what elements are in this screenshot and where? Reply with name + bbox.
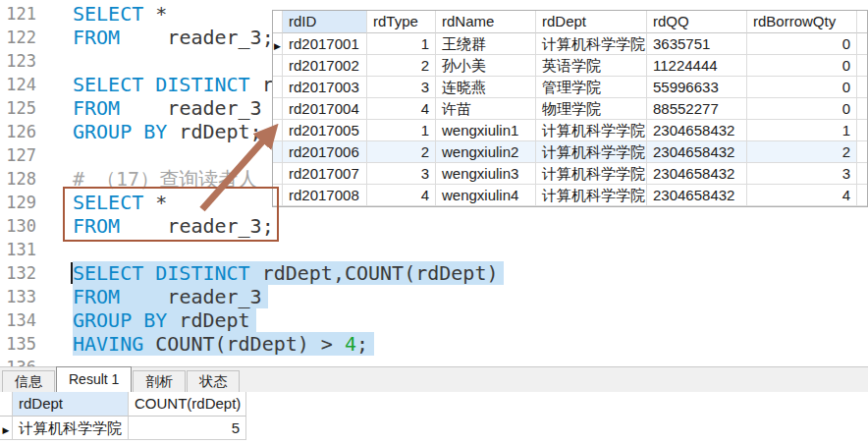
row-marker[interactable]: ▶ bbox=[273, 33, 283, 55]
grid-cell[interactable]: 计算机科学学院 bbox=[536, 33, 647, 55]
grid-cell[interactable]: rd2017004 bbox=[283, 98, 367, 120]
results-popup: rdIDrdTyperdNamerdDeptrdQQrdBorrowQty▶rd… bbox=[272, 10, 868, 207]
grid-cell[interactable]: 计算机科学学院 bbox=[536, 120, 647, 141]
grid-filler-cell bbox=[857, 163, 868, 185]
grid-corner-cell[interactable] bbox=[273, 11, 283, 33]
code-line[interactable]: 134GROUP BY rdDept bbox=[0, 308, 868, 332]
grid-cell[interactable]: 2 bbox=[367, 141, 436, 163]
line-number: 122 bbox=[0, 26, 36, 49]
column-header[interactable]: rdDept bbox=[536, 11, 647, 33]
grid-cell[interactable]: 4 bbox=[367, 185, 436, 206]
grid-cell[interactable]: rd2017008 bbox=[283, 185, 367, 206]
grid-cell[interactable]: 0 bbox=[747, 33, 857, 55]
tab-bar: 信息Result 1剖析状态 bbox=[0, 366, 868, 392]
row-marker[interactable]: ▶ bbox=[0, 417, 13, 440]
grid-cell[interactable]: 孙小美 bbox=[436, 55, 536, 77]
grid-cell[interactable]: 3635751 bbox=[647, 33, 747, 55]
grid-cell[interactable]: rd2017007 bbox=[283, 163, 367, 185]
code-line[interactable]: 132SELECT DISTINCT rdDept,COUNT(rdDept) bbox=[0, 261, 868, 285]
column-header[interactable]: rdID bbox=[283, 11, 367, 33]
code-token: GROUP BY bbox=[73, 308, 167, 332]
grid-corner-cell[interactable] bbox=[0, 392, 13, 417]
annotation-arrow-icon bbox=[191, 110, 290, 218]
grid-cell[interactable]: 0 bbox=[747, 98, 857, 120]
grid-cell[interactable]: 计算机科学学院 bbox=[536, 163, 647, 185]
line-number: 124 bbox=[0, 73, 36, 96]
column-header[interactable]: COUNT(rdDept) bbox=[129, 392, 246, 417]
code-token: SELECT bbox=[73, 2, 143, 26]
code-text: SELECT * bbox=[73, 2, 167, 26]
code-text: HAVING COUNT(rdDept) > 4; bbox=[73, 332, 368, 356]
grid-cell[interactable]: 4 bbox=[367, 98, 436, 120]
code-token: COUNT(rdDept) > bbox=[143, 332, 345, 356]
grid-cell[interactable]: 3 bbox=[747, 163, 857, 185]
row-marker[interactable] bbox=[273, 77, 283, 98]
code-text: FROM reader_3 bbox=[73, 285, 262, 308]
grid-cell[interactable]: 0 bbox=[747, 55, 857, 77]
code-token: reader_3 bbox=[120, 285, 262, 308]
grid-cell[interactable]: wengxiulin3 bbox=[436, 163, 536, 185]
grid-cell[interactable]: 物理学院 bbox=[536, 98, 647, 120]
grid-cell[interactable]: rd2017003 bbox=[283, 77, 367, 98]
grid-cell[interactable]: 55996633 bbox=[647, 77, 747, 98]
tab-状态[interactable]: 状态 bbox=[187, 370, 240, 392]
tab-result-1[interactable]: Result 1 bbox=[56, 366, 132, 392]
code-line[interactable]: 135HAVING COUNT(rdDept) > 4; bbox=[0, 332, 868, 356]
grid-cell[interactable]: 管理学院 bbox=[536, 77, 647, 98]
grid-cell[interactable]: 1 bbox=[747, 120, 857, 141]
line-number: 134 bbox=[0, 308, 36, 332]
grid-cell[interactable]: 11224444 bbox=[647, 55, 747, 77]
grid-cell[interactable]: 0 bbox=[747, 77, 857, 98]
grid-cell[interactable]: 3 bbox=[367, 77, 436, 98]
grid-cell[interactable]: 2 bbox=[367, 55, 436, 77]
current-row-icon: ▶ bbox=[274, 41, 281, 51]
column-header[interactable]: rdType bbox=[367, 11, 436, 33]
grid-cell[interactable]: 许苗 bbox=[436, 98, 536, 120]
column-header[interactable]: rdQQ bbox=[647, 11, 747, 33]
code-token: rdDept,COUNT(rdDept) bbox=[250, 261, 499, 285]
code-line[interactable]: 133FROM reader_3 bbox=[0, 285, 868, 308]
grid-cell[interactable]: wengxiulin4 bbox=[436, 185, 536, 206]
code-token: SELECT DISTINCT bbox=[73, 261, 250, 285]
line-number: 133 bbox=[0, 285, 36, 308]
grid-cell[interactable]: 1 bbox=[367, 120, 436, 141]
column-header[interactable]: rdName bbox=[436, 11, 536, 33]
grid-cell[interactable]: rd2017005 bbox=[283, 120, 367, 141]
grid-cell[interactable]: wengxiulin2 bbox=[436, 141, 536, 163]
grid-cell[interactable]: wengxiulin1 bbox=[436, 120, 536, 141]
tab-信息[interactable]: 信息 bbox=[2, 370, 55, 392]
code-token: GROUP BY bbox=[73, 120, 167, 143]
grid-cell[interactable]: 5 bbox=[129, 417, 246, 440]
line-number: 123 bbox=[0, 49, 36, 73]
grid-cell[interactable]: 1 bbox=[367, 33, 436, 55]
code-token: HAVING bbox=[73, 332, 143, 356]
row-marker[interactable] bbox=[273, 55, 283, 77]
grid-cell[interactable]: 计算机科学学院 bbox=[536, 185, 647, 206]
grid-cell[interactable]: 英语学院 bbox=[536, 55, 647, 77]
grid-cell[interactable]: 计算机科学学院 bbox=[13, 417, 129, 440]
tab-剖析[interactable]: 剖析 bbox=[133, 370, 186, 392]
line-number: 131 bbox=[0, 238, 36, 261]
column-header[interactable]: rdDept bbox=[13, 392, 129, 417]
grid-cell[interactable]: 王绕群 bbox=[436, 33, 536, 55]
code-text: SELECT DISTINCT rdDept,COUNT(rdDept) bbox=[73, 261, 499, 285]
grid-filler-cell bbox=[857, 11, 868, 33]
line-number: 129 bbox=[0, 191, 36, 214]
grid-cell[interactable]: 计算机科学学院 bbox=[536, 141, 647, 163]
line-number: 135 bbox=[0, 332, 36, 356]
grid-cell[interactable]: 2304658432 bbox=[647, 185, 747, 206]
grid-cell[interactable]: 88552277 bbox=[647, 98, 747, 120]
grid-cell[interactable]: 2 bbox=[747, 141, 857, 163]
grid-filler-cell bbox=[857, 55, 868, 77]
grid-cell[interactable]: rd2017002 bbox=[283, 55, 367, 77]
grid-cell[interactable]: 2304658432 bbox=[647, 120, 747, 141]
grid-cell[interactable]: rd2017006 bbox=[283, 141, 367, 163]
grid-cell[interactable]: 2304658432 bbox=[647, 141, 747, 163]
grid-cell[interactable]: 3 bbox=[367, 163, 436, 185]
code-token: reader_3; bbox=[120, 26, 274, 49]
grid-cell[interactable]: 2304658432 bbox=[647, 163, 747, 185]
grid-cell[interactable]: 4 bbox=[747, 185, 857, 206]
grid-cell[interactable]: rd2017001 bbox=[283, 33, 367, 55]
grid-cell[interactable]: 连晓燕 bbox=[436, 77, 536, 98]
column-header[interactable]: rdBorrowQty bbox=[747, 11, 857, 33]
